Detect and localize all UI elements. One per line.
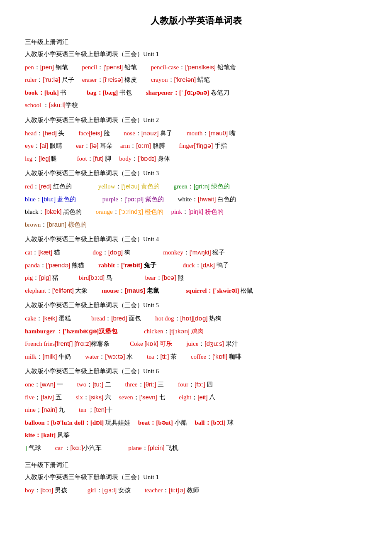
unit6-line5: kite：[kait] 风筝 xyxy=(25,429,367,441)
unit6-header: 人教版小学英语三年级上册单词表（三会）Unit 6 xyxy=(25,366,367,377)
unit1-line2: ruler：['ruːlə] 尺子 eraser：[i'reisə] 橡皮 cr… xyxy=(25,74,367,86)
unit1-line1: pen：[pen] 钢笔 pencil：['pensl] 铅笔 pencil-c… xyxy=(25,61,367,73)
unit6-line4: balloon：[bə'luːn doll：[dɒl] 玩具娃娃 boat：[b… xyxy=(25,417,367,429)
unit5-line4: milk：[milk] 牛奶 water：['wɔːtə] 水 tea：[tiː… xyxy=(25,351,367,363)
unit3-line2: blue：[bluː] 蓝色的 purple：['pɑːpl] 紫色的 whit… xyxy=(25,193,367,205)
unit2-line2: eye：[ai] 眼睛 ear：[iə] 耳朵 arm：[ɑːm] 胳膊 fin… xyxy=(25,140,367,152)
unit6-line2: five；[faiv] 五 six；[siks] 六 seven；['sevn]… xyxy=(25,391,367,403)
section-grade3-upper: 三年级上册词汇 人教版小学英语三年级上册单词表（三会）Unit 1 pen：[p… xyxy=(25,37,367,496)
section-header-g3upper: 三年级上册词汇 xyxy=(25,37,367,48)
unit5-header: 人教版小学英语三年级上册单词表（三会）Unit 5 xyxy=(25,300,367,311)
unit4-line1: cat：[kæt] 猫 dog：[dɒg] 狗 monkey：['mʌŋki] … xyxy=(25,247,367,259)
unit6-line6: ] 气球 car ：[kɑː]小汽车 plane：[plein] 飞机 xyxy=(25,442,367,454)
unit6-line3: nine；[nain] 九 ten ；[ten]十 xyxy=(25,404,367,416)
unit3-line1: red：[red] 红色的 yellow：['jeləu] 黄色的 green：… xyxy=(25,181,367,193)
unit5-line1: cake：[keik] 蛋糕 bread：[bred] 面包 hot dog：[… xyxy=(25,313,367,325)
unit4-line4: elephant：['elifənt] 大象 mouse：[maus] 老鼠 s… xyxy=(25,285,367,297)
unit4-header: 人教版小学英语三年级上册单词表（三会）Unit 4 xyxy=(25,234,367,245)
page-title: 人教版小学英语单词表 xyxy=(25,12,367,29)
unit6-line1: one；[wʌn] 一 two；[tuː] 二 three；[θriː] 三 f… xyxy=(25,379,367,391)
unit3-line3: black：[blæk] 黑色的 orange：['ɔːrindʒ] 橙色的 p… xyxy=(25,206,367,218)
unit-lower1-line1: boy：[bɔɪ] 男孩 girl：[ɡɜːl] 女孩 teacher：[tiː… xyxy=(25,484,367,496)
section-header-g3lower: 三年级下册词汇 xyxy=(25,460,367,471)
unit4-line2: panda：['pændə] 熊猫 rabbit：['ræbit] 兔子 duc… xyxy=(25,259,367,271)
unit2-line1: head：[hed] 头 face[feis] 脸 nose：[nəuz] 鼻子… xyxy=(25,127,367,139)
unit3-line4: brown：[braun] 棕色的 xyxy=(25,219,367,231)
unit2-line3: leg：[leg]腿 foot：[fut] 脚 body：['bɒdɪ] 身体 xyxy=(25,153,367,165)
unit5-line3: French fries[frentʃ] [frɑːz]榨薯条 Coke [kɒ… xyxy=(25,338,367,350)
unit2-header: 人教版小学英语三年级上册单词表（三会）Unit 2 xyxy=(25,115,367,126)
unit1-line3: book：[buk] 书 bag：[bæg] 书包 sharpener：[' ʃ… xyxy=(25,87,367,99)
unit-lower1-header: 人教版小学英语三年级下册单词表（三会）Unit 1 xyxy=(25,472,367,483)
unit1-header: 人教版小学英语三年级上册单词表（三会）Unit 1 xyxy=(25,49,367,60)
unit4-line3: pig：[pig] 猪 bird[bɜːd] 鸟 bear：[beə] 熊 xyxy=(25,272,367,284)
unit1-line4: school ：[skuːl]学校 xyxy=(25,99,367,111)
unit5-line2: hamburger ：['hæmbəːɡə]汉堡包 chicken：[tʃɪkə… xyxy=(25,325,367,337)
unit3-header: 人教版小学英语三年级上册单词表（三会）Unit 3 xyxy=(25,168,367,179)
